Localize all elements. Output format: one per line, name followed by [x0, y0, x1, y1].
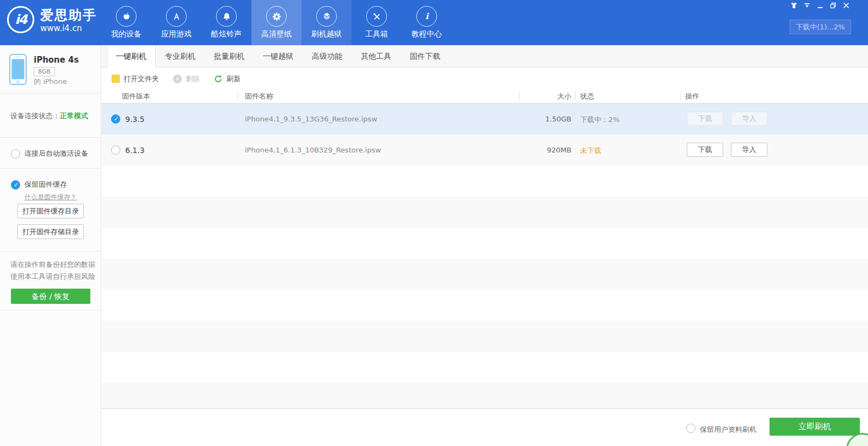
tab-bar: 一键刷机 专业刷机 批量刷机 一键越狱 高级功能 其他工具 固件下载 — [101, 45, 868, 68]
refresh-icon — [214, 75, 223, 83]
svg-text:i: i — [425, 11, 429, 21]
nav-toolbox[interactable]: 工具箱 — [352, 0, 402, 45]
what-is-cache-link[interactable]: 什么是固件缓存？ — [24, 193, 77, 202]
device-name: iPhone 4s — [34, 55, 79, 65]
firmware-row-613[interactable]: 6.1.3 iPhone4,1_6.1.3_10B329_Restore.ips… — [101, 135, 868, 166]
col-status: 状态 — [580, 91, 594, 101]
delete-label: 删除 — [186, 74, 200, 84]
download-button[interactable]: 下载 — [687, 112, 723, 126]
download-button[interactable]: 下载 — [687, 143, 723, 157]
download-status-button[interactable]: 下载中(1)...2% — [790, 20, 851, 34]
tab-advanced[interactable]: 高级功能 — [303, 45, 352, 67]
firmware-table: 9.3.5 iPhone4,1_9.3.5_13G36_Restore.ipsw… — [101, 103, 868, 166]
refresh-button[interactable]: 刷新 — [214, 74, 241, 84]
column-divider — [519, 93, 520, 100]
open-cache-dir-button[interactable]: 打开固件缓存目录 — [17, 204, 84, 218]
firmware-size: 1.50GB — [522, 115, 571, 123]
sidebar: iPhone 4s 8GB 的 iPhone 设备连接状态：正常模式 连接后自动… — [0, 45, 101, 446]
refresh-label: 刷新 — [226, 74, 241, 84]
main-content: 一键刷机 专业刷机 批量刷机 一键越狱 高级功能 其他工具 固件下载 打开文件夹… — [101, 45, 868, 446]
import-button[interactable]: 导入 — [731, 112, 767, 126]
minimize-icon[interactable] — [816, 2, 824, 9]
column-divider — [238, 93, 238, 100]
delete-button[interactable]: ✕ 删除 — [173, 74, 200, 84]
warning-line-1: 请在操作前备份好您的数据 — [10, 260, 95, 270]
row-radio-unchecked-icon[interactable] — [111, 145, 120, 155]
auto-activate-label: 连接后自动激活设备 — [24, 149, 88, 158]
menu-icon[interactable] — [803, 2, 811, 9]
tab-one-click-jailbreak[interactable]: 一键越狱 — [254, 45, 303, 67]
connection-status: 设备连接状态：正常模式 — [10, 111, 88, 121]
restore-icon[interactable] — [829, 2, 837, 9]
nav-label: 教程中心 — [411, 29, 442, 39]
firmware-row-935[interactable]: 9.3.5 iPhone4,1_9.3.5_13G36_Restore.ipsw… — [101, 103, 868, 135]
app-header: i4 爱思助手 www.i4.cn 我的设备 应用游戏 — [0, 0, 868, 45]
appstore-icon — [166, 6, 187, 27]
nav-label: 我的设备 — [111, 29, 141, 39]
iphone-icon — [9, 54, 27, 87]
toolbox-icon — [366, 6, 387, 27]
nav-my-device[interactable]: 我的设备 — [101, 0, 151, 45]
firmware-cache-panel: 保留固件缓存 什么是固件缓存？ 打开固件缓存目录 打开固件存储目录 — [0, 169, 101, 252]
row-radio-checked-icon[interactable] — [111, 114, 120, 124]
toolbar: 打开文件夹 ✕ 删除 刷新 — [101, 68, 241, 89]
col-action: 操作 — [685, 91, 699, 101]
keep-user-data-label: 保留用户资料刷机 — [700, 425, 756, 435]
flash-box-icon — [316, 6, 337, 27]
window-controls — [790, 2, 850, 9]
nav-label: 高清壁纸 — [261, 29, 292, 39]
info-icon: i — [416, 6, 437, 27]
logo-text: 爱思助手 www.i4.cn — [40, 8, 97, 34]
tab-batch-flash[interactable]: 批量刷机 — [205, 45, 254, 67]
skin-icon[interactable] — [790, 2, 798, 9]
col-firmware-name: 固件名称 — [245, 91, 273, 101]
nav-label: 应用游戏 — [161, 29, 192, 39]
app-title: 爱思助手 — [40, 8, 97, 23]
flash-now-button[interactable]: 立即刷机 — [769, 418, 860, 436]
radio-unchecked-icon[interactable] — [11, 149, 20, 158]
open-folder-button[interactable]: 打开文件夹 — [112, 74, 159, 84]
apple-icon — [116, 6, 137, 27]
nav-wallpapers[interactable]: 高清壁纸 — [251, 0, 301, 45]
auto-activate-checkbox[interactable]: 连接后自动激活设备 — [11, 149, 88, 158]
nav-flash-jailbreak[interactable]: 刷机越狱 — [301, 0, 352, 45]
keep-cache-label: 保留固件缓存 — [24, 180, 67, 190]
nav-tutorials[interactable]: i 教程中心 — [402, 0, 452, 45]
device-owner: 的 iPhone — [34, 77, 67, 87]
import-button[interactable]: 导入 — [731, 143, 767, 157]
warning-line-2: 使用本工具请自行承担风险 — [10, 272, 95, 282]
radio-checked-icon[interactable] — [11, 180, 20, 190]
wallpaper-flower-icon — [266, 6, 287, 27]
app-url: www.i4.cn — [40, 23, 97, 34]
nav-label: 刷机越狱 — [311, 29, 342, 39]
bottom-action-bar: 保留用户资料刷机 立即刷机 — [101, 408, 868, 446]
firmware-filename: iPhone4,1_9.3.5_13G36_Restore.ipsw — [245, 115, 377, 123]
keep-user-data-radio[interactable] — [686, 424, 695, 433]
column-divider — [575, 93, 576, 100]
folder-icon — [112, 75, 120, 83]
firmware-size: 920MB — [522, 146, 571, 154]
tab-other-tools[interactable]: 其他工具 — [352, 45, 401, 67]
backup-restore-button[interactable]: 备份 / 恢复 — [11, 289, 90, 304]
firmware-filename: iPhone4,1_6.1.3_10B329_Restore.ipsw — [245, 146, 381, 154]
open-folder-label: 打开文件夹 — [124, 74, 159, 84]
col-size: 大小 — [522, 91, 571, 101]
bell-icon — [216, 6, 237, 27]
device-panel: iPhone 4s 8GB 的 iPhone — [0, 45, 101, 94]
i4-tools-window: i4 爱思助手 www.i4.cn 我的设备 应用游戏 — [0, 0, 868, 446]
nav-apps-games[interactable]: 应用游戏 — [151, 0, 201, 45]
connection-label: 设备连接状态： — [10, 112, 60, 120]
tab-firmware-download[interactable]: 固件下载 — [401, 45, 450, 67]
connection-panel: 设备连接状态：正常模式 — [0, 94, 101, 138]
tab-one-click-flash[interactable]: 一键刷机 — [107, 45, 156, 68]
i4-logo-mark: i4 — [15, 12, 27, 27]
table-header: 固件版本 固件名称 大小 状态 操作 — [101, 89, 868, 103]
close-icon[interactable] — [842, 2, 850, 9]
device-capacity-badge: 8GB — [34, 67, 55, 76]
open-storage-dir-button[interactable]: 打开固件存储目录 — [17, 224, 84, 239]
delete-circle-icon: ✕ — [173, 75, 182, 83]
keep-cache-checkbox[interactable]: 保留固件缓存 — [11, 180, 67, 190]
tab-pro-flash[interactable]: 专业刷机 — [156, 45, 205, 67]
nav-ringtones[interactable]: 酷炫铃声 — [201, 0, 251, 45]
warning-panel: 请在操作前备份好您的数据 使用本工具请自行承担风险 备份 / 恢复 — [0, 252, 101, 310]
